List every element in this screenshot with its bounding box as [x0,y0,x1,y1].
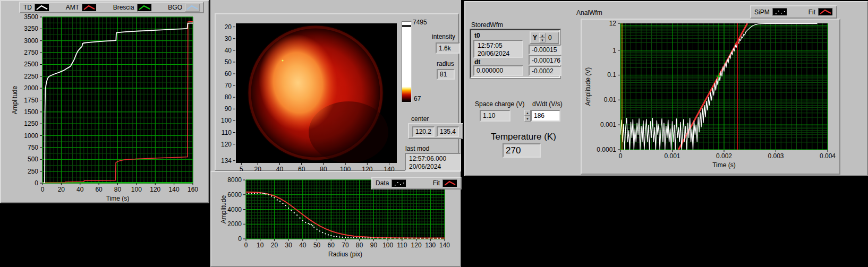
storedwfm-title: StoredWfm [471,21,503,29]
line-plot-icon[interactable] [35,4,49,12]
x-axis-label: Radius (pix) [328,251,362,258]
y-tick-label: 3000 [24,37,38,45]
legend-label: AMT [66,4,79,11]
analwfm-legend-item-sipm[interactable]: SiPM [754,8,787,16]
y-tick-label: 0 [35,179,38,187]
intensity-label: intensity [432,33,455,40]
y-index-spinner[interactable]: ▲ ▼ [539,33,546,42]
line-plot-icon[interactable] [137,4,152,12]
last-mod-value: 12:57:06.000 20/06/2024 [405,153,461,171]
y-tick-label: 8000 [227,176,242,184]
y-axis-label: Amplitude [220,195,227,224]
hot-pixel [282,59,283,61]
analwfm-title: AnalWfm [576,9,602,16]
x-tick-label: 60 [328,242,335,249]
space-charge-value: 1.10 [480,110,510,122]
image-column: 5204060801001201402030405060708090100110… [210,0,461,267]
legend-label: BGO [168,4,182,11]
y-index-value: 0 [548,34,552,41]
y-spin-down-icon[interactable]: ▼ [539,38,546,42]
waveform-legend-item-bgo[interactable]: BGO [168,4,200,12]
colorbar-max-label: 7495 [413,19,427,26]
y-tick-label: 500 [28,156,38,163]
radial-profile-panel: 0102030405060708090100110120130140020004… [210,171,461,267]
y-tick-label: 1 [612,47,616,54]
dvdt-spin-up-icon[interactable]: ▲ [524,110,531,116]
radial-legend: DataFit [371,177,462,190]
x-tick-label: 0.002 [716,152,732,160]
temperature-label: Temperature (K) [491,132,556,142]
x-tick-label: 50 [313,242,321,249]
legend-label: Brescia [113,4,134,11]
intensity-colorbar[interactable] [402,21,412,102]
x-tick-label: 40 [299,242,307,249]
plot-glyph [773,8,787,15]
legend-label: Fit [433,179,440,187]
line-plot-icon[interactable] [818,8,833,16]
x-tick-label: 0 [619,152,623,160]
y-tick-label: 80 [225,93,232,101]
last-mod-time: 12:57:06.000 [409,155,446,162]
y-tick-label: 110 [222,129,232,136]
dt-value: 0.000000 [473,65,523,76]
dvdt-spin-down-icon[interactable]: ▼ [524,116,531,122]
x-tick-label: 140 [439,242,450,249]
radial-legend-item-fit[interactable]: Fit [433,179,457,187]
radial-legend-item-data[interactable]: Data [376,179,406,187]
center-y-value: 135.4 [437,126,459,137]
x-tick-label: 10 [257,242,264,249]
instrument-dashboard: TDAMTBresciaBGO 020406080100120140160025… [0,0,868,267]
center-cluster: 120.2 135.4 [408,123,463,139]
radius-value: 81 [437,69,455,80]
analwfm-chart[interactable]: 00.0010.0020.0030.0041210.10.010.0010.00… [582,20,839,174]
waveform-legend-item-brescia[interactable]: Brescia [113,4,152,12]
x-tick-label: 160 [188,186,198,193]
x-tick-label: 0 [41,186,45,193]
y-tick-label: 12 [609,20,617,27]
beam-image-panel: 5204060801001201402030405060708090100110… [215,13,459,171]
space-charge-label: Space charge (V) [475,100,524,108]
y-tick-label: 0.1 [607,71,616,79]
colorbar-min-label: 67 [414,95,421,102]
x-tick-label: 0 [244,242,248,249]
x-axis-label: Time (s) [712,161,736,169]
y-tick-label: 0.001 [600,121,616,128]
y-tick-label: 0.01 [604,96,617,104]
y-array-0: -0.00015 [529,45,561,55]
x-tick-label: 80 [356,242,363,249]
line-plot-icon[interactable] [442,179,457,187]
y-tick-label: 2500 [24,61,38,68]
y-tick-label: 30 [225,35,232,42]
y-tick-label: 1750 [24,97,38,104]
waveform-chart[interactable]: 0204060801001201401600250500750100012501… [1,14,210,204]
x-tick-label: 70 [342,242,349,249]
x-tick-label: 0.004 [820,152,836,160]
line-plot-icon[interactable] [185,4,200,12]
dvdt-spinner[interactable]: ▲ ▼ [524,110,531,122]
plot-glyph [443,180,457,187]
y-index-cluster: Y ▲ ▼ 0 [530,31,559,44]
y-tick-label: 1250 [24,120,38,127]
t0-value: 12:57:05 20/06/2024 [473,40,523,58]
y-axis-label: Amplitude (V) [584,67,592,106]
y-tick-label: 2000 [227,220,242,228]
dvdt-label: dV/dt (V/s) [532,100,563,108]
line-plot-icon[interactable] [82,4,97,12]
waveform-legend-item-amt[interactable]: AMT [66,4,97,12]
dvdt-input[interactable]: 186 [531,110,560,122]
y-spin-up-icon[interactable]: ▲ [539,33,546,38]
y-tick-label: 0 [238,235,242,243]
scatter-plot-icon[interactable] [392,179,406,187]
y-tick-label: 1500 [24,108,38,116]
y-tick-label: 70 [225,82,232,89]
x-tick-label: 110 [397,242,407,249]
temperature-value: 270 [503,143,541,158]
x-tick-label: 100 [382,242,393,249]
y-tick-label: 134 [221,157,232,165]
waveform-legend: TDAMTBresciaBGO [19,2,204,13]
analwfm-legend-item-fit[interactable]: Fit [809,8,833,16]
waveform-legend-item-td[interactable]: TD [23,4,49,12]
scatter-plot-icon[interactable] [772,8,787,16]
x-tick-label: 90 [370,242,378,249]
y-axis-label: Amplitude [11,86,19,115]
